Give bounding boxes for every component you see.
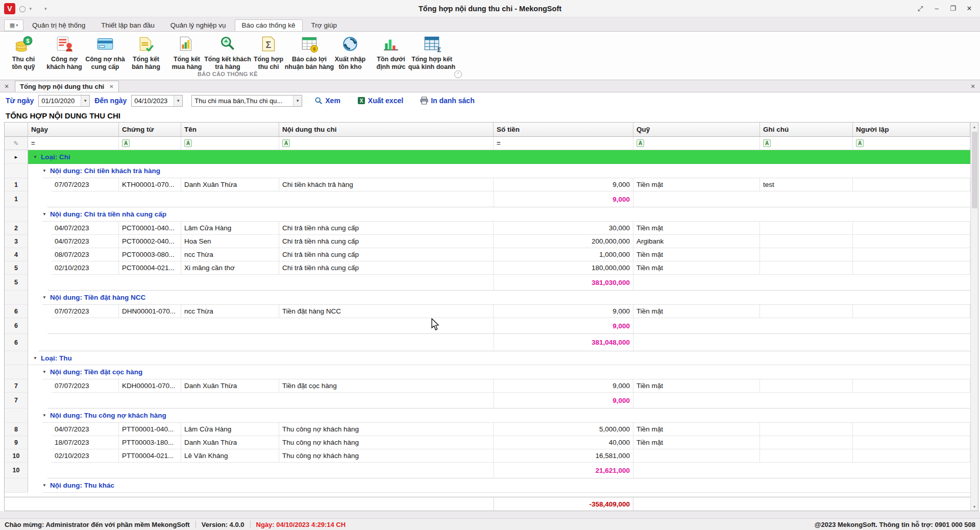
view-button[interactable]: Xem (310, 95, 345, 106)
cell-nguoi-lap[interactable] (853, 449, 970, 463)
ribbon-button-tong-hop-ket-qua-kinh-doanh[interactable]: ΣTổng hợp kếtquả kinh doanh (411, 33, 452, 71)
cell-chung-tu[interactable]: PCT00002-040... (119, 235, 181, 248)
cell-noi-dung-thu-chi[interactable]: Tiền đặt cọc hàng (279, 379, 494, 393)
close-button[interactable]: ✕ (963, 3, 976, 14)
cell-ngay[interactable]: 04/07/2023 (52, 222, 119, 235)
cell-ngay[interactable]: 02/10/2023 (52, 449, 119, 463)
filter-cell-nguoi-lap[interactable]: A (853, 137, 970, 150)
cell-noi-dung-thu-chi[interactable]: Thu công nợ khách hàng (279, 449, 494, 463)
cell-so-tien[interactable]: 9,000 (494, 305, 633, 318)
cell-ghi-chu[interactable] (760, 423, 853, 436)
ribbon-button-thu-chi-ton-quy[interactable]: $Thu chitồn quỹ (3, 33, 44, 71)
cell-ten[interactable]: Danh Xuân Thừa (181, 178, 279, 191)
filter-cell-chung-tu[interactable]: A (119, 137, 181, 150)
cell-nguoi-lap[interactable] (853, 436, 970, 449)
data-row[interactable]: 107/07/2023KTH00001-070...Danh Xuân Thừa… (5, 178, 970, 191)
cell-ten[interactable]: ncc Thừa (181, 248, 279, 261)
application-menu-button[interactable]: ▦▾ (4, 19, 23, 31)
cell-ghi-chu[interactable] (760, 261, 853, 275)
cell-noi-dung-thu-chi[interactable]: Chi trả tiền nhà cung cấp (279, 222, 494, 235)
cell-ghi-chu[interactable]: test (760, 178, 853, 191)
cell-quy[interactable]: Tiền mặt (633, 222, 760, 235)
filter-cell-ghi-chu[interactable]: A (760, 137, 853, 150)
cell-quy[interactable]: Tiền mặt (633, 305, 760, 318)
cell-ghi-chu[interactable] (760, 222, 853, 235)
minimize-button[interactable]: – (930, 3, 943, 14)
cell-ngay[interactable]: 07/07/2023 (52, 305, 119, 318)
scroll-up-icon[interactable]: ▲ (971, 123, 978, 131)
cell-so-tien[interactable]: 1,000,000 (494, 248, 633, 261)
cell-ten[interactable]: Danh Xuân Thừa (181, 379, 279, 393)
cell-chung-tu[interactable]: PCT00003-080... (119, 248, 181, 261)
cell-ghi-chu[interactable] (760, 379, 853, 393)
export-excel-button[interactable]: X Xuất excel (353, 95, 408, 106)
cell-so-tien[interactable]: 30,000 (494, 222, 633, 235)
cell-chung-tu[interactable]: KDH00001-070... (119, 379, 181, 393)
cell-ghi-chu[interactable] (760, 305, 853, 318)
close-all-tabs-button[interactable]: ✕ (0, 81, 13, 92)
data-row[interactable]: 918/07/2023PTT00003-180...Danh Xuân Thừa… (5, 436, 970, 449)
cell-quy[interactable]: Argibank (633, 235, 760, 248)
cell-ngay[interactable]: 18/07/2023 (52, 436, 119, 449)
maximize-button[interactable]: ❐ (946, 3, 960, 14)
fullscreen-button[interactable]: ⤢ (914, 3, 927, 14)
cell-ten[interactable]: Lê Văn Kháng (181, 449, 279, 463)
tab-close-icon[interactable]: ✕ (109, 84, 113, 89)
cell-quy[interactable] (633, 449, 760, 463)
group-row-content[interactable]: ▼Loại: Thu (28, 351, 970, 365)
cell-ghi-chu[interactable] (760, 449, 853, 463)
group-row-content[interactable]: ▼Loại: Chi (28, 150, 970, 164)
cell-so-tien[interactable]: 5,000,000 (494, 423, 633, 436)
cell-nguoi-lap[interactable] (853, 248, 970, 261)
collapse-triangle-icon[interactable]: ▼ (42, 212, 46, 216)
cell-ten[interactable]: Danh Xuân Thừa (181, 436, 279, 449)
cell-ngay[interactable]: 07/07/2023 (52, 379, 119, 393)
cell-ngay[interactable]: 04/07/2023 (52, 235, 119, 248)
tabbar-close-button[interactable]: ✕ (966, 81, 980, 92)
cell-nguoi-lap[interactable] (853, 261, 970, 275)
cell-so-tien[interactable]: 200,000,000 (494, 235, 633, 248)
collapse-triangle-icon[interactable]: ▼ (42, 413, 46, 418)
ribbon-button-cong-no-khach-hang[interactable]: Công nợkhách hàng (44, 33, 85, 71)
column-header-ten[interactable]: Tên (181, 123, 279, 136)
cell-ghi-chu[interactable] (760, 235, 853, 248)
cell-ngay[interactable]: 04/07/2023 (52, 423, 119, 436)
ribbon-button-tong-ket-khach-tra-hang[interactable]: Tổng kết kháchtrả hàng (207, 33, 248, 71)
data-row[interactable]: 502/10/2023PCT00004-021...Xi măng cần th… (5, 261, 970, 275)
cell-ghi-chu[interactable] (760, 248, 853, 261)
column-header-chung-tu[interactable]: Chứng từ (119, 123, 181, 136)
group-row-content[interactable]: ▼Nội dung: Tiền đặt hàng NCC (42, 291, 970, 305)
cell-ten[interactable]: Lâm Cửa Hàng (181, 423, 279, 436)
cell-ngay[interactable]: 07/07/2023 (52, 178, 119, 191)
ribbon-button-bao-cao-loi-nhuan-ban-hang[interactable]: $Báo cáo lợinhuận bán hàng (289, 33, 330, 71)
collapse-triangle-icon[interactable]: ▼ (42, 295, 46, 300)
cell-chung-tu[interactable]: KTH00001-070... (119, 178, 181, 191)
ribbon-tab-quan-tri-he-thong[interactable]: Quản trị hệ thống (25, 19, 92, 31)
type-filter-combo[interactable]: ▼ (191, 95, 302, 107)
chevron-down-icon[interactable]: ▼ (174, 95, 182, 106)
ribbon-tab-tro-giup[interactable]: Trợ giúp (304, 19, 344, 31)
to-date-picker[interactable]: ▼ (131, 95, 183, 107)
cell-noi-dung-thu-chi[interactable]: Thu công nợ khách hàng (279, 423, 494, 436)
cell-ten[interactable]: Lâm Cửa Hàng (181, 222, 279, 235)
column-header-ngay[interactable]: Ngày (28, 123, 119, 136)
cell-quy[interactable]: Tiền mặt (633, 436, 760, 449)
data-row[interactable]: 707/07/2023KDH00001-070...Danh Xuân Thừa… (5, 379, 970, 393)
cell-noi-dung-thu-chi[interactable]: Chi tiền khách trả hàng (279, 178, 494, 191)
from-date-picker[interactable]: ▼ (38, 95, 90, 107)
group-row-noi-dung-chi-tra-tien-nha-cung-cap[interactable]: ▼Nội dung: Chi trả tiền nhà cung cấp (5, 207, 970, 222)
from-date-input[interactable] (39, 95, 81, 106)
cell-so-tien[interactable]: 40,000 (494, 436, 633, 449)
cell-quy[interactable]: Tiền mặt (633, 261, 760, 275)
filter-cell-noi-dung-thu-chi[interactable]: A (279, 137, 494, 150)
ribbon-button-tong-hop-thu-chi[interactable]: ΣTổng hợpthu chi (248, 33, 289, 71)
filter-cell-quy[interactable]: A (633, 137, 760, 150)
cell-chung-tu[interactable]: DHN00001-070... (119, 305, 181, 318)
filter-cell-ten[interactable]: A (181, 137, 279, 150)
column-header-nguoi-lap[interactable]: Người lập (853, 123, 970, 136)
collapse-triangle-icon[interactable]: ▼ (42, 370, 46, 374)
cell-chung-tu[interactable]: PTT00004-021... (119, 449, 181, 463)
group-row-content[interactable]: ▼Nội dung: Thu khác (42, 478, 970, 493)
cell-nguoi-lap[interactable] (853, 305, 970, 318)
quick-access-caret-icon[interactable]: ▾ (29, 6, 32, 11)
